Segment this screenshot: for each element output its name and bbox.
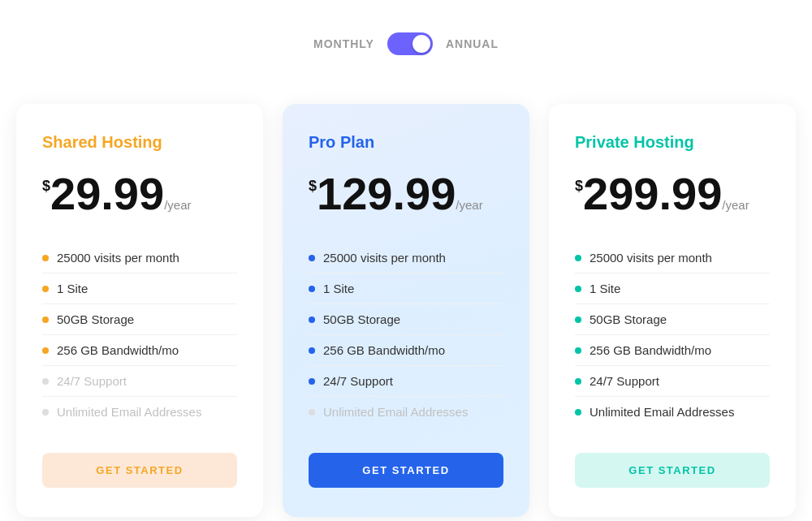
feature-dot bbox=[575, 286, 581, 292]
list-item: Unlimited Email Addresses bbox=[309, 397, 503, 427]
list-item: 24/7 Support bbox=[575, 366, 770, 397]
feature-text: 24/7 Support bbox=[323, 374, 393, 388]
list-item: 50GB Storage bbox=[42, 304, 237, 335]
feature-dot bbox=[575, 409, 581, 416]
feature-dot bbox=[42, 286, 49, 292]
feature-text: 50GB Storage bbox=[590, 312, 667, 326]
toggle-track bbox=[387, 32, 433, 55]
feature-text: 256 GB Bandwidth/mo bbox=[57, 343, 179, 357]
feature-text: 256 GB Bandwidth/mo bbox=[590, 343, 711, 357]
billing-toggle: MONTHLY ANNUAL bbox=[313, 32, 499, 55]
feature-text: 1 Site bbox=[323, 282, 354, 295]
feature-dot bbox=[575, 255, 581, 261]
feature-dot bbox=[309, 409, 315, 416]
price-period-pro: /year bbox=[456, 198, 482, 212]
monthly-label: MONTHLY bbox=[313, 37, 374, 50]
plan-card-private: Private Hosting$299.99/year25000 visits … bbox=[549, 104, 796, 517]
feature-text: Unlimited Email Addresses bbox=[590, 405, 734, 419]
price-amount-shared: 29.99 bbox=[50, 171, 164, 217]
feature-dot bbox=[309, 316, 315, 323]
price-currency-shared: $ bbox=[42, 178, 50, 195]
price-currency-pro: $ bbox=[309, 178, 317, 195]
feature-text: Unlimited Email Addresses bbox=[323, 405, 468, 419]
features-list-shared: 25000 visits per month1 Site50GB Storage… bbox=[42, 243, 237, 427]
list-item: 1 Site bbox=[42, 273, 237, 304]
feature-dot bbox=[42, 255, 49, 261]
feature-text: Unlimited Email Addresses bbox=[57, 405, 201, 419]
get-started-button-pro[interactable]: GET STARTED bbox=[309, 453, 503, 488]
list-item: 256 GB Bandwidth/mo bbox=[309, 335, 503, 366]
feature-text: 25000 visits per month bbox=[323, 251, 446, 265]
list-item: 50GB Storage bbox=[575, 304, 770, 335]
feature-dot bbox=[575, 316, 581, 323]
feature-dot bbox=[42, 316, 49, 323]
feature-text: 24/7 Support bbox=[590, 374, 659, 388]
features-list-pro: 25000 visits per month1 Site50GB Storage… bbox=[309, 243, 503, 427]
feature-dot bbox=[575, 347, 581, 354]
feature-dot bbox=[309, 255, 315, 261]
list-item: 24/7 Support bbox=[309, 366, 503, 397]
plan-name-pro: Pro Plan bbox=[309, 133, 503, 152]
list-item: 25000 visits per month bbox=[575, 243, 770, 273]
list-item: 256 GB Bandwidth/mo bbox=[575, 335, 770, 366]
price-period-private: /year bbox=[722, 198, 749, 212]
price-currency-private: $ bbox=[575, 178, 583, 195]
get-started-button-shared[interactable]: GET STARTED bbox=[42, 453, 237, 488]
annual-label: ANNUAL bbox=[446, 37, 499, 50]
feature-dot bbox=[575, 378, 581, 385]
feature-dot bbox=[42, 347, 49, 354]
list-item: 1 Site bbox=[575, 273, 770, 304]
plan-name-shared: Shared Hosting bbox=[42, 133, 237, 152]
list-item: 25000 visits per month bbox=[42, 243, 237, 273]
plan-card-shared: Shared Hosting$29.99/year25000 visits pe… bbox=[16, 104, 263, 517]
feature-text: 1 Site bbox=[590, 282, 620, 295]
list-item: 25000 visits per month bbox=[309, 243, 503, 273]
features-list-private: 25000 visits per month1 Site50GB Storage… bbox=[575, 243, 770, 427]
feature-dot bbox=[309, 347, 315, 354]
toggle-thumb bbox=[412, 35, 430, 53]
list-item: 50GB Storage bbox=[309, 304, 503, 335]
pricing-cards: Shared Hosting$29.99/year25000 visits pe… bbox=[16, 104, 796, 517]
list-item: 24/7 Support bbox=[42, 366, 237, 397]
feature-text: 50GB Storage bbox=[323, 312, 400, 326]
list-item: Unlimited Email Addresses bbox=[575, 397, 770, 427]
get-started-button-private[interactable]: GET STARTED bbox=[575, 453, 770, 488]
feature-dot bbox=[42, 409, 49, 416]
feature-text: 50GB Storage bbox=[57, 312, 134, 326]
price-row-pro: $129.99/year bbox=[309, 171, 503, 217]
price-amount-pro: 129.99 bbox=[317, 171, 456, 217]
list-item: 1 Site bbox=[309, 273, 503, 304]
price-row-private: $299.99/year bbox=[575, 171, 770, 217]
feature-dot bbox=[42, 378, 49, 385]
list-item: 256 GB Bandwidth/mo bbox=[42, 335, 237, 366]
feature-text: 256 GB Bandwidth/mo bbox=[323, 343, 445, 357]
feature-text: 24/7 Support bbox=[57, 374, 127, 388]
plan-name-private: Private Hosting bbox=[575, 133, 770, 152]
feature-text: 1 Site bbox=[57, 282, 88, 295]
feature-text: 25000 visits per month bbox=[590, 251, 712, 265]
price-row-shared: $29.99/year bbox=[42, 171, 237, 217]
price-period-shared: /year bbox=[164, 198, 191, 212]
feature-dot bbox=[309, 378, 315, 385]
feature-dot bbox=[309, 286, 315, 292]
feature-text: 25000 visits per month bbox=[57, 251, 179, 265]
billing-toggle-switch[interactable] bbox=[387, 32, 433, 55]
list-item: Unlimited Email Addresses bbox=[42, 397, 237, 427]
price-amount-private: 299.99 bbox=[583, 171, 722, 217]
plan-card-pro: Pro Plan$129.99/year25000 visits per mon… bbox=[283, 104, 529, 517]
